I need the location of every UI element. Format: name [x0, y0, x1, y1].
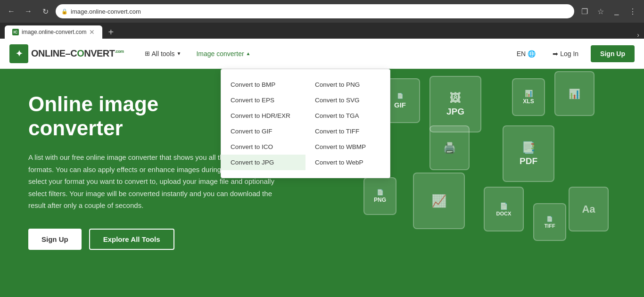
forward-button[interactable]: →: [22, 5, 35, 18]
new-tab-button[interactable]: +: [104, 25, 117, 39]
docx-icon: 📄 DOCX: [484, 187, 524, 231]
url-text: image.online-convert.com: [71, 8, 141, 15]
convert-bmp[interactable]: Convert to BMP: [221, 77, 305, 92]
all-tools-label: All tools: [152, 50, 175, 58]
logo[interactable]: ✦ ONLINE–CONVERT.com: [9, 44, 124, 63]
all-tools-arrow: ▼: [177, 51, 182, 56]
convert-ico[interactable]: Convert to ICO: [221, 139, 305, 155]
lock-icon: 🔒: [61, 8, 68, 15]
image-converter-menu[interactable]: Image converter ▲: [190, 46, 257, 61]
xls-icon: 📊 XLS: [512, 78, 545, 116]
browser-actions: ❐ ☆ ⎯ ⋮: [578, 5, 639, 18]
active-tab[interactable]: IC image.online-convert.com ✕: [5, 25, 102, 39]
tiff-icon: 📄 TIFF: [533, 203, 566, 241]
font-icon: Aa: [569, 187, 609, 231]
printer-icon: 🖨️: [429, 125, 470, 170]
png-icon: 📄 PNG: [363, 177, 396, 215]
trend-icon: 📈: [413, 173, 465, 229]
convert-svg[interactable]: Convert to SVG: [305, 92, 390, 108]
address-bar[interactable]: 🔒 image.online-convert.com: [56, 4, 574, 18]
convert-hdr[interactable]: Convert to HDR/EXR: [221, 108, 305, 124]
site-wrapper: ✦ ONLINE–CONVERT.com ⊞ All tools ▼ Image…: [0, 39, 644, 297]
pdf-icon: 📑 PDF: [503, 125, 554, 182]
back-button[interactable]: ←: [5, 5, 18, 18]
image-converter-dropdown: Convert to BMP Convert to EPS Convert to…: [221, 69, 390, 178]
browser-chrome: ← → ↻ 🔒 image.online-convert.com ❐ ☆ ⎯ ⋮: [0, 0, 644, 23]
jpg-icon: 🖼 JPG: [429, 76, 481, 132]
language-selector[interactable]: EN 🌐: [512, 47, 540, 60]
login-label: Log In: [560, 50, 578, 58]
logo-com: .com: [115, 49, 124, 54]
dropdown-columns: Convert to BMP Convert to EPS Convert to…: [221, 74, 390, 173]
tab-bar-more[interactable]: ›: [637, 31, 639, 39]
navbar-right: EN 🌐 ➡ Log In Sign Up: [512, 45, 635, 62]
image-converter-arrow: ▲: [246, 51, 251, 56]
image-converter-label: Image converter: [196, 50, 244, 58]
logo-icon: ✦: [9, 44, 28, 63]
login-button[interactable]: ➡ Log In: [546, 47, 585, 60]
tab-favicon: IC: [12, 29, 19, 35]
convert-tga[interactable]: Convert to TGA: [305, 108, 390, 124]
tab-title: image.online-convert.com: [22, 29, 86, 35]
convert-eps[interactable]: Convert to EPS: [221, 92, 305, 108]
dropdown-col-left: Convert to BMP Convert to EPS Convert to…: [221, 74, 305, 173]
chart-icon: 📊: [554, 71, 594, 116]
convert-gif[interactable]: Convert to GIF: [221, 124, 305, 139]
lang-label: EN: [517, 50, 526, 58]
share-button[interactable]: ❐: [578, 5, 591, 18]
extension-button[interactable]: ⎯: [610, 5, 623, 18]
tab-close-button[interactable]: ✕: [89, 28, 95, 36]
tab-bar: IC image.online-convert.com ✕ + ›: [0, 23, 644, 39]
convert-png[interactable]: Convert to PNG: [305, 77, 390, 92]
reload-button[interactable]: ↻: [39, 5, 52, 18]
convert-jpg[interactable]: Convert to JPG: [221, 155, 305, 170]
logo-text: ONLINE–CONVERT.com: [31, 48, 124, 59]
signup-button[interactable]: Sign Up: [591, 45, 635, 62]
bookmark-button[interactable]: ☆: [594, 5, 607, 18]
hero-icons: 📄 GIF 🖼 JPG 📑 PDF 📊: [352, 69, 644, 297]
convert-tiff[interactable]: Convert to TIFF: [305, 124, 390, 139]
hero-signup-button[interactable]: Sign Up: [28, 229, 82, 250]
convert-wbmp[interactable]: Convert to WBMP: [305, 139, 390, 155]
all-tools-menu[interactable]: ⊞ All tools ▼: [138, 46, 188, 61]
hero-explore-button[interactable]: Explore All Tools: [89, 229, 174, 250]
hero-buttons: Sign Up Explore All Tools: [28, 229, 335, 250]
navbar: ✦ ONLINE–CONVERT.com ⊞ All tools ▼ Image…: [0, 39, 644, 69]
navbar-nav: ⊞ All tools ▼ Image converter ▲: [138, 46, 257, 61]
menu-button[interactable]: ⋮: [626, 5, 639, 18]
globe-icon: 🌐: [528, 50, 536, 58]
dropdown-col-right: Convert to PNG Convert to SVG Convert to…: [305, 74, 390, 173]
login-arrow-icon: ➡: [553, 50, 558, 58]
convert-webp[interactable]: Convert to WebP: [305, 155, 390, 170]
